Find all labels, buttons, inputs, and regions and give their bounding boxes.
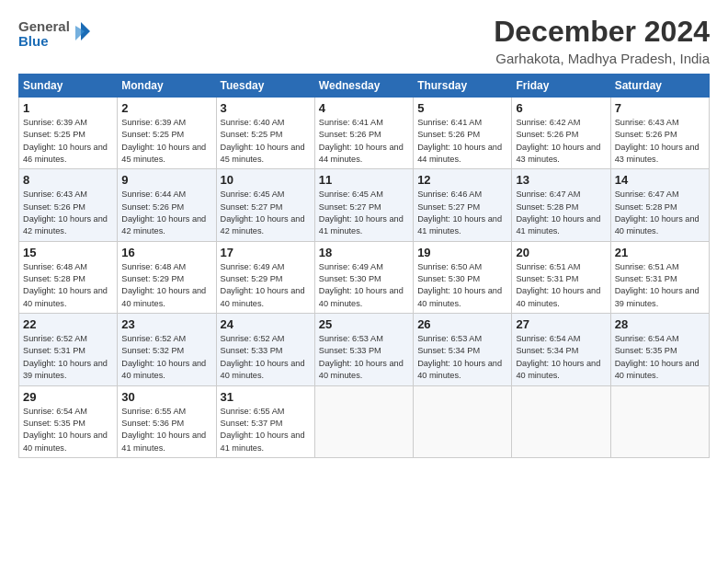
day-info: Sunrise: 6:51 AMSunset: 5:31 PMDaylight:… <box>615 262 700 308</box>
day-info: Sunrise: 6:41 AMSunset: 5:26 PMDaylight:… <box>417 118 502 164</box>
calendar-cell: 22 Sunrise: 6:52 AMSunset: 5:31 PMDaylig… <box>19 314 118 385</box>
day-number: 15 <box>23 246 113 259</box>
calendar-cell: 5 Sunrise: 6:41 AMSunset: 5:26 PMDayligh… <box>414 98 512 169</box>
day-number: 4 <box>319 101 409 115</box>
calendar-cell: 20 Sunrise: 6:51 AMSunset: 5:31 PMDaylig… <box>512 241 610 313</box>
page: General Blue December 2024 Garhakota, Ma… <box>0 0 728 563</box>
day-info: Sunrise: 6:53 AMSunset: 5:34 PMDaylight:… <box>417 334 502 380</box>
day-info: Sunrise: 6:40 AMSunset: 5:25 PMDaylight:… <box>221 118 305 164</box>
day-number: 5 <box>417 101 507 115</box>
calendar-cell <box>314 385 413 457</box>
day-number: 22 <box>23 317 113 331</box>
col-header-sunday: Sunday <box>19 75 118 98</box>
col-header-wednesday: Wednesday <box>314 75 413 98</box>
day-number: 14 <box>615 173 705 187</box>
day-number: 21 <box>615 246 705 259</box>
calendar-cell: 7 Sunrise: 6:43 AMSunset: 5:26 PMDayligh… <box>610 98 709 169</box>
svg-text:General: General <box>18 18 70 34</box>
day-info: Sunrise: 6:49 AMSunset: 5:30 PMDaylight:… <box>319 262 404 308</box>
day-info: Sunrise: 6:47 AMSunset: 5:28 PMDaylight:… <box>516 190 600 236</box>
calendar-cell <box>512 385 610 457</box>
calendar-cell: 24 Sunrise: 6:52 AMSunset: 5:33 PMDaylig… <box>216 314 314 385</box>
day-number: 8 <box>23 173 113 187</box>
day-info: Sunrise: 6:55 AMSunset: 5:37 PMDaylight:… <box>221 407 305 453</box>
calendar-cell: 26 Sunrise: 6:53 AMSunset: 5:34 PMDaylig… <box>414 314 512 385</box>
month-title: December 2024 <box>494 15 710 49</box>
calendar-cell: 18 Sunrise: 6:49 AMSunset: 5:30 PMDaylig… <box>314 241 413 313</box>
calendar-cell: 11 Sunrise: 6:45 AMSunset: 5:27 PMDaylig… <box>314 169 413 241</box>
day-number: 29 <box>23 390 113 404</box>
calendar-cell: 30 Sunrise: 6:55 AMSunset: 5:36 PMDaylig… <box>118 385 216 457</box>
calendar-cell <box>610 385 709 457</box>
day-number: 18 <box>319 246 409 259</box>
day-info: Sunrise: 6:43 AMSunset: 5:26 PMDaylight:… <box>23 190 108 236</box>
calendar-cell: 17 Sunrise: 6:49 AMSunset: 5:29 PMDaylig… <box>216 241 314 313</box>
calendar-cell: 29 Sunrise: 6:54 AMSunset: 5:35 PMDaylig… <box>19 385 118 457</box>
day-info: Sunrise: 6:52 AMSunset: 5:32 PMDaylight:… <box>121 334 206 380</box>
day-info: Sunrise: 6:50 AMSunset: 5:30 PMDaylight:… <box>417 262 502 308</box>
day-number: 17 <box>221 246 311 259</box>
day-number: 12 <box>417 173 507 187</box>
calendar-cell: 27 Sunrise: 6:54 AMSunset: 5:34 PMDaylig… <box>512 314 610 385</box>
day-info: Sunrise: 6:48 AMSunset: 5:29 PMDaylight:… <box>121 262 206 308</box>
day-number: 26 <box>417 317 507 331</box>
day-number: 23 <box>121 317 211 331</box>
day-info: Sunrise: 6:53 AMSunset: 5:33 PMDaylight:… <box>319 334 404 380</box>
day-info: Sunrise: 6:39 AMSunset: 5:25 PMDaylight:… <box>23 118 108 164</box>
calendar-cell: 1 Sunrise: 6:39 AMSunset: 5:25 PMDayligh… <box>19 98 118 169</box>
calendar-table: SundayMondayTuesdayWednesdayThursdayFrid… <box>18 74 710 458</box>
calendar-cell: 25 Sunrise: 6:53 AMSunset: 5:33 PMDaylig… <box>314 314 413 385</box>
day-number: 24 <box>221 317 311 331</box>
calendar-cell: 28 Sunrise: 6:54 AMSunset: 5:35 PMDaylig… <box>610 314 709 385</box>
day-info: Sunrise: 6:44 AMSunset: 5:26 PMDaylight:… <box>121 190 206 236</box>
col-header-monday: Monday <box>118 75 216 98</box>
calendar-cell: 6 Sunrise: 6:42 AMSunset: 5:26 PMDayligh… <box>512 98 610 169</box>
col-header-friday: Friday <box>512 75 610 98</box>
day-number: 7 <box>615 101 705 115</box>
day-number: 28 <box>615 317 705 331</box>
svg-text:Blue: Blue <box>18 33 49 49</box>
logo-icon: General Blue <box>18 15 92 50</box>
day-info: Sunrise: 6:54 AMSunset: 5:35 PMDaylight:… <box>615 334 700 380</box>
day-number: 30 <box>121 390 211 404</box>
calendar-cell: 13 Sunrise: 6:47 AMSunset: 5:28 PMDaylig… <box>512 169 610 241</box>
day-number: 10 <box>221 173 311 187</box>
calendar-cell: 19 Sunrise: 6:50 AMSunset: 5:30 PMDaylig… <box>414 241 512 313</box>
calendar-cell: 14 Sunrise: 6:47 AMSunset: 5:28 PMDaylig… <box>610 169 709 241</box>
day-number: 2 <box>121 101 211 115</box>
day-info: Sunrise: 6:52 AMSunset: 5:31 PMDaylight:… <box>23 334 108 380</box>
day-number: 9 <box>121 173 211 187</box>
day-number: 11 <box>319 173 409 187</box>
title-block: December 2024 Garhakota, Madhya Pradesh,… <box>494 15 710 66</box>
day-number: 27 <box>516 317 606 331</box>
calendar-cell: 12 Sunrise: 6:46 AMSunset: 5:27 PMDaylig… <box>414 169 512 241</box>
day-info: Sunrise: 6:42 AMSunset: 5:26 PMDaylight:… <box>516 118 600 164</box>
location-title: Garhakota, Madhya Pradesh, India <box>494 51 710 66</box>
col-header-saturday: Saturday <box>610 75 709 98</box>
day-info: Sunrise: 6:49 AMSunset: 5:29 PMDaylight:… <box>221 262 305 308</box>
day-info: Sunrise: 6:51 AMSunset: 5:31 PMDaylight:… <box>516 262 600 308</box>
day-info: Sunrise: 6:45 AMSunset: 5:27 PMDaylight:… <box>319 190 404 236</box>
day-number: 25 <box>319 317 409 331</box>
calendar-cell: 4 Sunrise: 6:41 AMSunset: 5:26 PMDayligh… <box>314 98 413 169</box>
day-info: Sunrise: 6:54 AMSunset: 5:35 PMDaylight:… <box>23 407 108 453</box>
calendar-cell: 16 Sunrise: 6:48 AMSunset: 5:29 PMDaylig… <box>118 241 216 313</box>
calendar-cell: 8 Sunrise: 6:43 AMSunset: 5:26 PMDayligh… <box>19 169 118 241</box>
calendar-cell: 10 Sunrise: 6:45 AMSunset: 5:27 PMDaylig… <box>216 169 314 241</box>
day-info: Sunrise: 6:55 AMSunset: 5:36 PMDaylight:… <box>121 407 206 453</box>
day-number: 19 <box>417 246 507 259</box>
calendar-cell: 21 Sunrise: 6:51 AMSunset: 5:31 PMDaylig… <box>610 241 709 313</box>
day-number: 1 <box>23 101 113 115</box>
col-header-thursday: Thursday <box>414 75 512 98</box>
day-info: Sunrise: 6:45 AMSunset: 5:27 PMDaylight:… <box>221 190 305 236</box>
logo: General Blue <box>18 15 92 50</box>
calendar-cell: 23 Sunrise: 6:52 AMSunset: 5:32 PMDaylig… <box>118 314 216 385</box>
day-info: Sunrise: 6:52 AMSunset: 5:33 PMDaylight:… <box>221 334 305 380</box>
day-number: 3 <box>221 101 311 115</box>
calendar-cell: 9 Sunrise: 6:44 AMSunset: 5:26 PMDayligh… <box>118 169 216 241</box>
day-number: 13 <box>516 173 606 187</box>
day-number: 16 <box>121 246 211 259</box>
day-info: Sunrise: 6:43 AMSunset: 5:26 PMDaylight:… <box>615 118 700 164</box>
day-number: 6 <box>516 101 606 115</box>
day-info: Sunrise: 6:39 AMSunset: 5:25 PMDaylight:… <box>121 118 206 164</box>
